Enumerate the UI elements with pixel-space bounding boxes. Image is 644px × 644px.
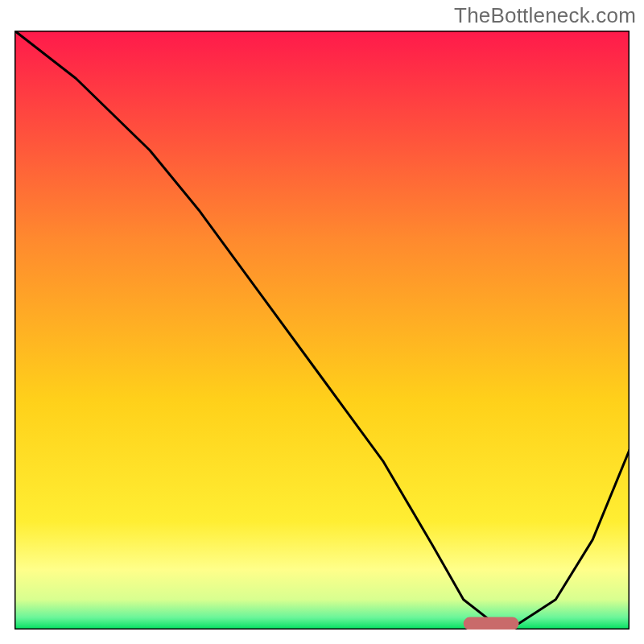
chart-stage: TheBottleneck.com	[0, 0, 644, 644]
plot-area	[14, 31, 630, 630]
watermark-text: TheBottleneck.com	[454, 3, 636, 28]
gradient-background	[14, 31, 630, 630]
chart-svg	[14, 31, 630, 630]
optimal-range-marker	[464, 617, 519, 630]
